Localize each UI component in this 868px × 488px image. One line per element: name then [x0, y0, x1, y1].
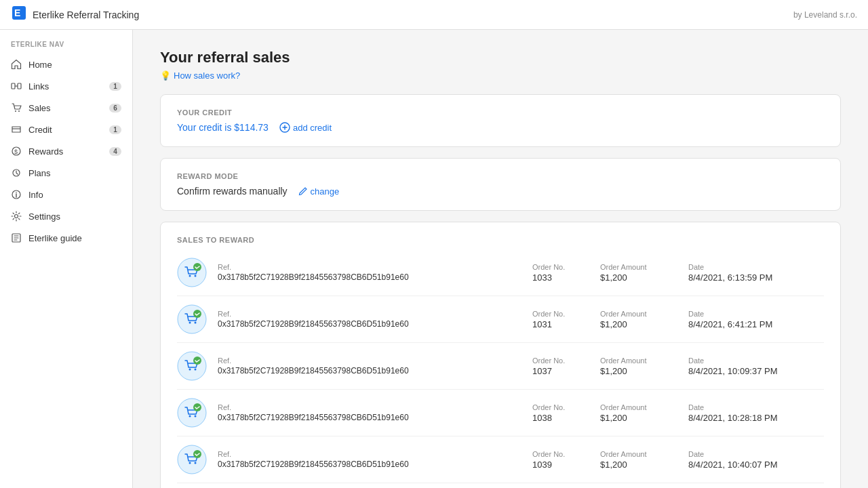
date-value: 8/4/2021, 6:13:59 PM [688, 272, 824, 283]
sidebar-item-eterlike-guide[interactable]: Eterlike guide [0, 227, 132, 249]
sidebar-item-sales[interactable]: Sales 6 [0, 97, 132, 119]
add-credit-button[interactable]: add credit [279, 122, 332, 133]
reward-mode-row: Confirm rewards manually change [177, 186, 824, 197]
svg-point-16 [195, 275, 197, 277]
sidebar-item-credit[interactable]: Credit 1 [0, 119, 132, 140]
sales-label: Sales to Reward [177, 236, 824, 244]
credit-row: Your credit is $114.73 add credit [177, 122, 824, 133]
layout: Eterlike Nav Home [0, 30, 868, 488]
reward-mode-text: Confirm rewards manually [177, 186, 288, 197]
change-button[interactable]: change [298, 186, 340, 197]
credit-badge: 1 [109, 125, 121, 134]
svg-point-20 [195, 322, 197, 324]
table-row: Ref. 0x3178b5f2C71928B9f21845563798CB6D5… [177, 296, 824, 343]
sidebar-item-label-links: Links [28, 81, 49, 92]
order-no-value: 1038 [532, 413, 600, 423]
ref-label: Ref. [218, 310, 532, 318]
page-title: Your referral sales [160, 49, 841, 66]
amount-col: Order Amount $1,200 [600, 263, 688, 283]
sales-icon [11, 102, 22, 113]
sidebar-item-rewards[interactable]: $ Rewards 4 [0, 140, 132, 162]
date-label: Date [688, 310, 824, 318]
svg-point-26 [178, 399, 206, 427]
top-bar: E Eterlike Referral Tracking by Leveland… [0, 0, 868, 30]
date-value: 8/4/2021, 10:40:07 PM [688, 460, 824, 470]
amount-value: $1,200 [600, 413, 688, 423]
app-title: Eterlike Referral Tracking [33, 9, 139, 20]
date-col: Date 8/4/2021, 10:40:07 PM [688, 450, 824, 470]
table-row: Ref. 0x3178b5f2C71928B9f21845563798CB6D5… [177, 390, 824, 436]
amount-col: Order Amount $1,200 [600, 357, 688, 376]
amount-label: Order Amount [600, 357, 688, 365]
ref-col: Ref. 0x3178b5f2C71928B9f21845563798CB6D5… [218, 403, 532, 422]
svg-text:E: E [14, 7, 20, 18]
order-no-value: 1031 [532, 319, 600, 329]
sidebar-item-label-home: Home [28, 60, 52, 70]
pencil-icon [298, 186, 308, 196]
date-label: Date [688, 403, 824, 411]
date-value: 8/4/2021, 10:09:37 PM [688, 366, 824, 376]
ref-label: Ref. [218, 450, 532, 458]
ref-value: 0x3178b5f2C71928B9f21845563798CB6D51b91e… [218, 413, 532, 422]
how-sales-link[interactable]: 💡 How sales work? [160, 70, 841, 81]
ref-col: Ref. 0x3178b5f2C71928B9f21845563798CB6D5… [218, 310, 532, 329]
info-icon [11, 189, 22, 200]
guide-icon [11, 232, 22, 243]
reward-mode-label: Reward Mode [177, 172, 824, 180]
plans-icon [11, 167, 22, 178]
svg-rect-3 [18, 83, 21, 89]
svg-point-29 [193, 403, 201, 411]
date-label: Date [688, 450, 824, 458]
sidebar-item-info[interactable]: Info [0, 184, 132, 205]
sidebar-item-label-settings: Settings [28, 211, 60, 222]
sidebar-item-label-plans: Plans [28, 168, 51, 178]
amount-label: Order Amount [600, 263, 688, 271]
settings-icon [11, 211, 22, 222]
svg-point-27 [189, 415, 191, 418]
ref-label: Ref. [218, 403, 532, 411]
sidebar-item-links[interactable]: Links 1 [0, 75, 132, 97]
date-label: Date [688, 357, 824, 365]
amount-value: $1,200 [600, 272, 688, 283]
order-no-value: 1037 [532, 366, 600, 376]
lightbulb-icon: 💡 [160, 70, 171, 81]
cart-icon [177, 445, 207, 474]
sidebar-item-settings[interactable]: Settings [0, 205, 132, 227]
svg-point-32 [195, 462, 197, 464]
date-value: 8/4/2021, 10:28:18 PM [688, 413, 824, 423]
links-icon [11, 81, 22, 92]
svg-point-31 [189, 462, 191, 464]
sidebar-item-plans[interactable]: Plans [0, 162, 132, 184]
svg-text:$: $ [14, 148, 18, 155]
svg-point-18 [178, 305, 206, 333]
rewards-badge: 4 [109, 147, 121, 156]
order-no-label: Order No. [532, 263, 600, 271]
order-no-value: 1039 [532, 460, 600, 470]
date-col: Date 8/4/2021, 6:41:21 PM [688, 310, 824, 329]
cart-icon [177, 351, 207, 381]
table-row: Ref. 0x3178b5f2C71928B9f21845563798CB6D5… [177, 249, 824, 296]
order-no-label: Order No. [532, 403, 600, 411]
svg-point-19 [189, 322, 191, 324]
home-icon [11, 59, 22, 70]
svg-point-23 [189, 369, 191, 371]
sidebar-item-home[interactable]: Home [0, 54, 132, 75]
amount-label: Order Amount [600, 403, 688, 411]
date-value: 8/4/2021, 6:41:21 PM [688, 319, 824, 329]
ref-value: 0x3178b5f2C71928B9f21845563798CB6D51b91e… [218, 272, 532, 282]
amount-col: Order Amount $1,200 [600, 403, 688, 423]
amount-label: Order Amount [600, 450, 688, 458]
ref-value: 0x3178b5f2C71928B9f21845563798CB6D51b91e… [218, 460, 532, 469]
order-col: Order No. 1039 [532, 450, 600, 470]
svg-point-22 [178, 352, 206, 380]
svg-point-21 [193, 310, 201, 318]
sidebar-item-label-sales: Sales [28, 103, 51, 113]
date-col: Date 8/4/2021, 10:28:18 PM [688, 403, 824, 423]
order-col: Order No. 1033 [532, 263, 600, 283]
cart-icon [177, 304, 207, 334]
add-credit-label: add credit [293, 123, 332, 133]
ref-value: 0x3178b5f2C71928B9f21845563798CB6D51b91e… [218, 366, 532, 375]
ref-col: Ref. 0x3178b5f2C71928B9f21845563798CB6D5… [218, 357, 532, 375]
svg-point-11 [15, 215, 18, 218]
svg-point-25 [193, 357, 201, 365]
